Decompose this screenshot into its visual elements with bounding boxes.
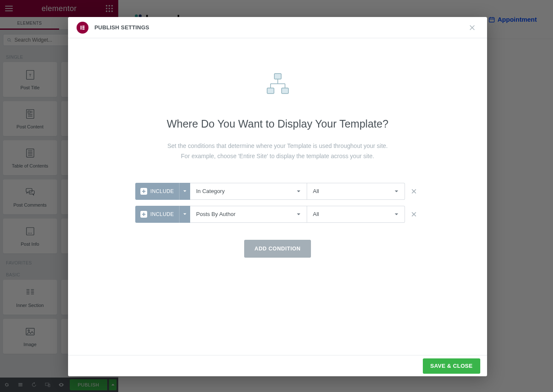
modal-title: PUBLISH SETTINGS — [94, 24, 149, 31]
svg-rect-71 — [267, 88, 274, 94]
modal-subhead: Set the conditions that determine where … — [167, 141, 388, 162]
publish-settings-modal: PUBLISH SETTINGS Where Do You Want to Di… — [68, 17, 487, 376]
modal-close-button[interactable] — [466, 21, 479, 34]
caret-down-icon — [296, 212, 301, 216]
condition-scope-value: Posts By Author — [196, 211, 236, 217]
include-caret[interactable] — [179, 183, 190, 200]
condition-row: INCLUDE Posts By Author All — [135, 206, 420, 223]
modal-sub1: Set the conditions that determine where … — [167, 142, 388, 149]
svg-rect-60 — [80, 26, 81, 29]
caret-down-icon — [183, 189, 187, 193]
include-caret[interactable] — [179, 206, 190, 223]
condition-scope-select[interactable]: In Category — [190, 183, 307, 200]
condition-scope-select[interactable]: Posts By Author — [190, 206, 307, 223]
condition-value: All — [313, 188, 319, 194]
sitemap-icon — [266, 73, 290, 97]
remove-condition-button[interactable] — [408, 183, 420, 200]
modal-headline: Where Do You Want to Display Your Templa… — [167, 118, 388, 130]
caret-down-icon — [394, 212, 399, 216]
caret-down-icon — [183, 212, 187, 216]
plus-icon — [140, 211, 147, 218]
modal-sub2: For example, choose 'Entire Site' to dis… — [181, 153, 374, 159]
modal-footer: SAVE & CLOSE — [68, 355, 487, 376]
conditions-list: INCLUDE In Category All — [135, 183, 420, 223]
svg-rect-66 — [274, 74, 281, 79]
close-icon — [468, 24, 476, 31]
include-toggle[interactable]: INCLUDE — [135, 183, 190, 200]
remove-condition-button[interactable] — [408, 206, 420, 223]
close-icon — [410, 211, 417, 218]
include-toggle[interactable]: INCLUDE — [135, 206, 190, 223]
svg-rect-63 — [82, 28, 84, 29]
svg-rect-61 — [82, 26, 84, 26]
condition-value-select[interactable]: All — [307, 206, 405, 223]
modal-body: Where Do You Want to Display Your Templa… — [68, 38, 487, 355]
add-condition-button[interactable]: ADD CONDITION — [244, 240, 311, 258]
save-and-close-button[interactable]: SAVE & CLOSE — [423, 358, 480, 374]
modal-header: PUBLISH SETTINGS — [68, 17, 487, 38]
plus-icon — [140, 188, 147, 195]
include-label: INCLUDE — [151, 211, 174, 217]
svg-rect-72 — [282, 88, 288, 94]
include-label: INCLUDE — [151, 188, 174, 194]
elementor-badge-icon — [77, 22, 88, 34]
close-icon — [410, 188, 417, 195]
condition-value-select[interactable]: All — [307, 183, 405, 200]
caret-down-icon — [296, 189, 301, 193]
condition-scope-value: In Category — [196, 188, 225, 194]
condition-value: All — [313, 211, 319, 217]
caret-down-icon — [394, 189, 399, 193]
condition-row: INCLUDE In Category All — [135, 183, 420, 200]
svg-rect-62 — [82, 27, 84, 28]
